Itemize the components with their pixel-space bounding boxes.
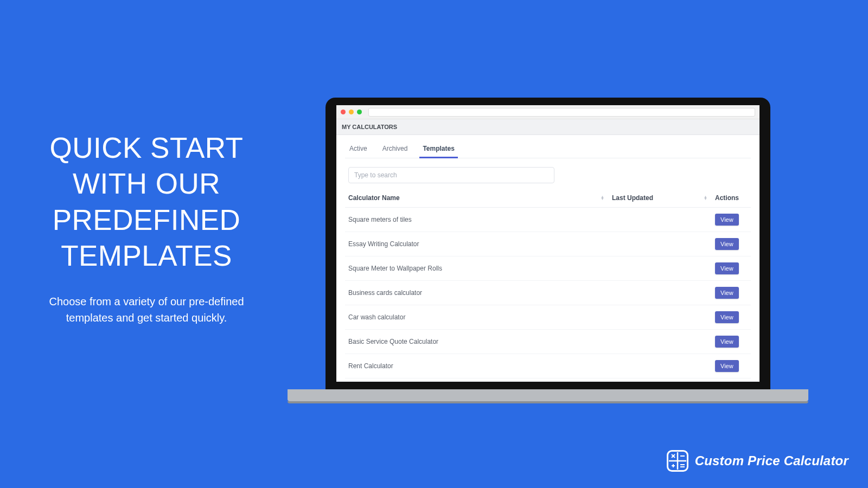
cell-actions: View [715,238,748,250]
url-bar[interactable] [368,108,755,117]
view-button[interactable]: View [715,262,739,274]
tab-templates[interactable]: Templates [422,142,455,158]
cell-actions: View [715,287,748,299]
laptop-mockup: MY CALCULATORS ActiveArchivedTemplates C… [288,98,808,401]
app-body: ActiveArchivedTemplates Calculator Name … [336,135,760,381]
templates-table: Calculator Name ▲▼ Last Updated ▲▼ Actio… [345,189,751,382]
view-button[interactable]: View [715,360,739,372]
search-wrap [345,158,751,189]
table-row: Square meters of tilesView [345,208,751,232]
tabs: ActiveArchivedTemplates [345,135,751,158]
cell-name: Rent Calculator [348,362,612,370]
table-row: Rent CalculatorView [345,354,751,378]
hero-title: QUICK START WITH OUR PREDEFINED TEMPLATE… [30,130,263,274]
cell-actions: View [715,360,748,372]
browser-chrome [336,105,760,119]
table-row: Essay Writing CalculatorView [345,232,751,256]
view-button[interactable]: View [715,311,739,323]
sort-icon[interactable]: ▲▼ [704,196,707,200]
calculator-icon [667,450,688,472]
cell-name: Basic Service Quote Calculator [348,338,612,345]
column-header-updated-label: Last Updated [612,194,653,202]
column-header-name-label: Calculator Name [348,194,400,202]
table-row: Square Meter to Wallpaper RollsView [345,256,751,281]
column-header-name[interactable]: Calculator Name ▲▼ [348,194,612,202]
window-close-icon[interactable] [341,110,346,114]
search-input[interactable] [348,167,554,183]
cell-name: Square Meter to Wallpaper Rolls [348,265,612,272]
column-header-actions: Actions [715,194,748,202]
laptop-bezel: MY CALCULATORS ActiveArchivedTemplates C… [326,98,770,389]
column-header-actions-label: Actions [715,194,739,202]
cell-actions: View [715,311,748,323]
table-row: Car wash calculatorView [345,305,751,330]
tab-archived[interactable]: Archived [381,142,409,158]
table-body: Square meters of tilesViewEssay Writing … [345,208,751,382]
brand-name: Custom Price Calculator [695,453,848,468]
tab-active[interactable]: Active [348,142,368,158]
brand-logo: Custom Price Calculator [667,450,848,472]
view-button[interactable]: View [715,287,739,299]
sort-icon[interactable]: ▲▼ [601,196,604,200]
window-maximize-icon[interactable] [357,110,362,114]
hero-subtitle: Choose from a variety of our pre-defined… [30,293,263,326]
laptop-screen: MY CALCULATORS ActiveArchivedTemplates C… [336,105,760,382]
table-row: Price based on volumeView [345,378,751,382]
view-button[interactable]: View [715,336,739,348]
view-button[interactable]: View [715,214,739,226]
section-title: MY CALCULATORS [336,119,760,135]
cell-name: Business cards calculator [348,289,612,297]
cell-name: Car wash calculator [348,313,612,321]
cell-actions: View [715,214,748,226]
cell-name: Essay Writing Calculator [348,240,612,248]
cell-actions: View [715,262,748,274]
table-row: Business cards calculatorView [345,281,751,305]
laptop-base [288,389,808,401]
hero-block: QUICK START WITH OUR PREDEFINED TEMPLATE… [30,130,263,326]
table-row: Basic Service Quote CalculatorView [345,330,751,354]
cell-actions: View [715,336,748,348]
view-button[interactable]: View [715,238,739,250]
window-minimize-icon[interactable] [349,110,354,114]
cell-name: Square meters of tiles [348,216,612,223]
column-header-updated[interactable]: Last Updated ▲▼ [612,194,715,202]
table-header: Calculator Name ▲▼ Last Updated ▲▼ Actio… [345,189,751,208]
